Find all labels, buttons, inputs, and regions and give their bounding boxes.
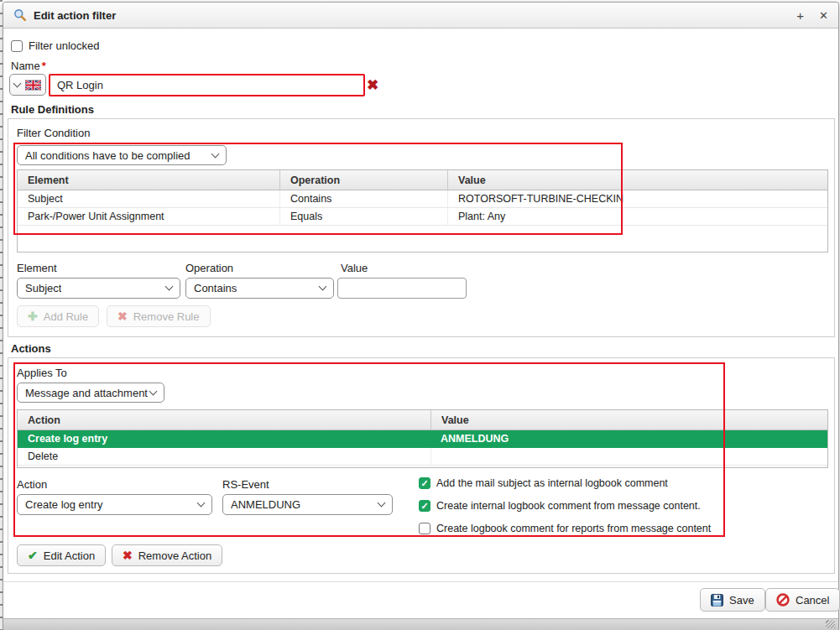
chevron-down-icon [378,499,386,508]
floppy-disk-icon [711,594,723,607]
checkbox-label: Create internal logbook comment from mes… [436,500,701,512]
checkbox-label: Add the mail subject as internal logbook… [436,477,668,489]
filter-condition-label: Filter Condition [17,127,90,139]
cell-action: Delete [18,448,430,465]
rule-definitions-panel: Filter Condition All conditions have to … [8,118,835,337]
action-label: Action [17,478,47,491]
cell-value: ANMELDUNG [430,430,827,447]
chevron-down-icon [197,499,206,508]
edit-action-filter-dialog: Edit action filter + ✕ Filter unlocked N… [3,2,839,630]
actions-panel: Applies To Message and attachment Action… [8,357,835,574]
internal-comment-checkbox[interactable] [419,500,430,512]
operation-select[interactable]: Contains [185,278,334,299]
required-asterisk: * [42,60,46,72]
rs-event-select[interactable]: ANMELDUNG [222,494,393,515]
column-header-element: Element [18,170,279,190]
clear-name-icon[interactable]: ✖ [367,78,378,92]
cell-operation: Equals [279,208,447,225]
cross-icon: ✖ [117,310,128,322]
dialog-titlebar: Edit action filter + ✕ [3,3,838,29]
language-selector-button[interactable] [9,74,46,96]
footer-divider [3,581,838,582]
filter-unlocked-label: Filter unlocked [29,39,100,52]
name-input[interactable] [49,74,365,96]
cancel-button[interactable]: Cancel [765,588,840,612]
uk-flag-icon [25,80,41,91]
chevron-down-icon [149,387,158,395]
add-rule-button[interactable]: ✚ Add Rule [17,305,99,327]
rule-definitions-heading: Rule Definitions [11,103,94,116]
column-header-action: Action [18,410,430,430]
cell-value: Plant: Any [447,208,827,225]
filter-unlocked-row: Filter unlocked [11,39,100,52]
dialog-resize-bar [3,618,838,630]
condition-row[interactable]: Subject Contains ROTORSOFT-TURBINE-CHECK… [18,190,827,208]
column-header-value: Value [447,170,827,190]
chevron-down-icon [211,149,220,158]
cross-icon: ✖ [123,549,133,561]
action-row-selected[interactable]: Create log entry ANMELDUNG [18,430,827,448]
cell-action: Create log entry [18,430,430,447]
internal-comment-row: Create internal logbook comment from mes… [419,500,701,512]
cell-value: ROTORSOFT-TURBINE-CHECKIN [447,190,827,207]
window-close-icon[interactable]: ✕ [819,10,828,21]
rs-event-label: RS-Event [222,478,269,491]
element-select[interactable]: Subject [17,278,180,299]
applies-to-select[interactable]: Message and attachment [17,383,164,403]
mail-subject-comment-row: Add the mail subject as internal logbook… [419,477,668,489]
filter-unlocked-checkbox[interactable] [11,40,23,52]
cell-value [430,448,827,465]
remove-rule-button[interactable]: ✖ Remove Rule [107,305,211,327]
plus-icon: ✚ [28,310,38,322]
search-icon [13,8,27,22]
cell-element: Park-/Power Unit Assignment [18,208,279,225]
actions-heading: Actions [11,342,51,355]
condition-row[interactable]: Park-/Power Unit Assignment Equals Plant… [18,208,827,226]
checkbox-label: Create logbook comment for reports from … [436,523,711,534]
actions-table-header: Action Value [18,410,827,430]
report-comment-checkbox[interactable] [419,523,430,534]
action-select[interactable]: Create log entry [17,494,212,515]
dialog-title: Edit action filter [34,9,116,22]
name-label: Name* [11,60,46,72]
edit-action-button[interactable]: ✔ Edit Action [17,544,106,566]
actions-table: Action Value Create log entry ANMELDUNG … [17,409,828,468]
prohibition-icon [776,593,790,607]
chevron-down-icon [13,79,22,87]
chevron-down-icon [165,283,174,291]
cell-operation: Contains [279,190,447,207]
column-header-operation: Operation [279,170,447,190]
filter-condition-select[interactable]: All conditions have to be complied [17,145,227,165]
mail-subject-comment-checkbox[interactable] [419,477,430,489]
resize-grip[interactable] [826,620,835,628]
value-input[interactable] [337,278,467,299]
report-comment-row: Create logbook comment for reports from … [419,523,711,534]
applies-to-label: Applies To [17,367,67,379]
element-label: Element [17,262,57,274]
check-icon: ✔ [28,549,38,561]
save-button[interactable]: Save [700,588,765,612]
chevron-down-icon [319,283,327,291]
window-add-icon[interactable]: + [796,9,804,22]
value-label: Value [341,262,368,274]
action-row[interactable]: Delete [18,448,827,466]
conditions-table: Element Operation Value Subject Contains… [17,169,828,253]
column-header-value: Value [430,410,827,430]
cell-element: Subject [18,190,279,207]
remove-action-button[interactable]: ✖ Remove Action [112,544,222,566]
conditions-table-header: Element Operation Value [18,170,827,190]
operation-label: Operation [185,262,233,274]
